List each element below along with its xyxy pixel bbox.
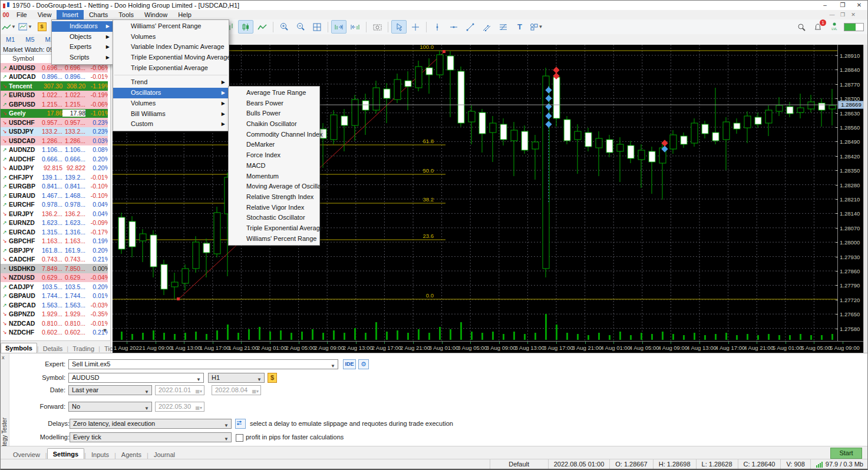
crosshair-icon[interactable] bbox=[408, 20, 423, 34]
market-watch-row-usdchf[interactable]: ↘USDCHF0.957...0.957...0.23% bbox=[1, 118, 108, 127]
menu-file[interactable]: File bbox=[11, 10, 32, 19]
ide-button[interactable]: IDE bbox=[343, 359, 356, 369]
date-range-combo[interactable]: Last year▼ bbox=[68, 385, 152, 395]
market-watch-row-gbpusd[interactable]: ↗GBPUSD1.215...1.215...-0.06% bbox=[1, 100, 108, 109]
period-m5[interactable]: M5 bbox=[20, 36, 39, 43]
oscillators-menu-item-chaikin-oscillator[interactable]: Chaikin Oscillator bbox=[229, 119, 319, 130]
market-watch-row-nzdcad[interactable]: ↘NZDCAD0.810...0.810...-0.01% bbox=[1, 319, 108, 328]
indicators-menu-item-custom[interactable]: Custom▶ bbox=[113, 119, 229, 130]
insert-menu-item-objects[interactable]: Objects▶ bbox=[52, 32, 113, 42]
zoom-in-icon[interactable] bbox=[276, 20, 292, 34]
close-button[interactable]: ✕ bbox=[851, 1, 867, 9]
delays-combo[interactable]: Zero latency, ideal execution▼ bbox=[70, 419, 232, 429]
modelling-combo[interactable]: Every tick▼ bbox=[70, 432, 232, 442]
vertical-line-icon[interactable] bbox=[430, 20, 445, 34]
oscillators-menu-item-relative-vigor-index[interactable]: Relative Vigor Index bbox=[229, 203, 319, 213]
expert-combo[interactable]: Sell Limit.ex5▼ bbox=[68, 359, 338, 369]
cursor-icon[interactable] bbox=[391, 20, 407, 34]
market-watch-row-gbpchf[interactable]: ↘GBPCHF1.163...1.163...0.19% bbox=[1, 237, 108, 246]
price-axis[interactable]: 1.28669 1.289101.288401.287701.287001.28… bbox=[837, 45, 864, 341]
market-watch-row-audcad[interactable]: ↗AUDCAD0.896...0.896...-0.01% bbox=[1, 72, 108, 82]
text-label-icon[interactable]: T bbox=[512, 20, 527, 34]
line-chart-icon[interactable] bbox=[255, 20, 270, 34]
menu-charts[interactable]: Charts bbox=[84, 10, 113, 19]
indicators-menu-item-oscillators[interactable]: Oscillators▶ bbox=[113, 88, 229, 98]
candlestick-icon[interactable] bbox=[238, 20, 253, 34]
market-watch-row-usdjpy[interactable]: ↘USDJPY133.2...133.2...0.23% bbox=[1, 127, 108, 137]
menu-view[interactable]: View bbox=[32, 10, 57, 19]
symbol-combo[interactable]: AUDUSD▼ bbox=[68, 373, 204, 383]
tile-windows-icon[interactable] bbox=[309, 20, 325, 34]
market-watch-row-gbpaud[interactable]: ↗GBPAUD1.744...1.744...0.01% bbox=[1, 292, 108, 301]
oscillators-menu-item-stochastic-oscillator[interactable]: Stochastic Oscillator bbox=[229, 213, 319, 223]
market-watch-row-audchf[interactable]: ↗AUDCHF0.666...0.666...0.20% bbox=[1, 154, 108, 164]
indicators-menu-item-triple-exponential-average[interactable]: Triple Exponential Average bbox=[113, 63, 229, 74]
market-watch-row-cadchf[interactable]: ↘CADCHF0.743...0.743...0.21% bbox=[1, 255, 108, 264]
chart-window-icon[interactable]: ▼ bbox=[18, 20, 33, 34]
indicators-menu-item-triple-exponential-moving-average[interactable]: Triple Exponential Moving Average bbox=[113, 52, 229, 63]
chart-close-icon[interactable]: ✕ bbox=[849, 11, 858, 18]
zoom-out-icon[interactable] bbox=[293, 20, 308, 34]
indicators-menu-item-volumes[interactable]: Volumes bbox=[113, 32, 229, 42]
market-watch-row-eurchf[interactable]: ↗EURCHF0.978...0.978...0.04% bbox=[1, 200, 108, 210]
date-from-field[interactable]: 2022.01.01▦▾ bbox=[155, 385, 204, 395]
menu-tools[interactable]: Tools bbox=[113, 10, 139, 19]
auto-scroll-icon[interactable] bbox=[331, 20, 346, 34]
market-watch-row-gbpjpy[interactable]: ↗GBPJPY161.8...161.9...0.20% bbox=[1, 246, 108, 255]
market-watch-row-chfjpy[interactable]: ↗CHFJPY139.1...139.2...-0.01% bbox=[1, 173, 108, 182]
market-watch-row-nzdusd[interactable]: ↘NZDUSD0.629...0.629...-0.04% bbox=[1, 273, 108, 283]
market-watch-tab-trading[interactable]: Trading bbox=[68, 344, 98, 353]
chart-restore-icon[interactable]: ❐ bbox=[838, 11, 847, 18]
market-watch-tab-symbols[interactable]: Symbols bbox=[1, 343, 37, 353]
trendline-icon[interactable] bbox=[463, 20, 478, 34]
market-watch-row-nzdchf[interactable]: ↘NZDCHF0.602...0.602...0.21% bbox=[1, 328, 108, 337]
oscillators-menu-item-macd[interactable]: MACD bbox=[229, 161, 319, 171]
market-watch-row-geely[interactable]: ↘Geely17.8617.98-1.01% bbox=[1, 109, 108, 118]
market-watch-row-usdcad[interactable]: ↘USDCAD1.286...1.286...0.03% bbox=[1, 136, 108, 145]
oscillators-menu-item-moving-average-of-oscillator[interactable]: Moving Average of Oscillator bbox=[229, 181, 319, 192]
symbol-properties-icon[interactable]: $ bbox=[268, 373, 277, 383]
fibonacci-icon[interactable] bbox=[496, 20, 511, 34]
chart-minimize-icon[interactable]: — bbox=[827, 11, 837, 18]
oscillators-menu-item-commodity-channel-index[interactable]: Commodity Channel Index bbox=[229, 130, 319, 140]
notifications-icon[interactable]: 1 bbox=[810, 20, 826, 34]
screenshot-icon[interactable] bbox=[369, 20, 385, 34]
market-watch-row-eurusd[interactable]: ↗EURUSD1.022...1.022...-0.19% bbox=[1, 91, 108, 100]
restore-button[interactable]: ❐ bbox=[834, 1, 851, 9]
oscillators-menu-item-bears-power[interactable]: Bears Power bbox=[229, 98, 319, 109]
chart-shift-icon[interactable] bbox=[348, 20, 363, 34]
tester-tab-settings[interactable]: Settings bbox=[47, 448, 84, 460]
indicators-menu-item-trend[interactable]: Trend▶ bbox=[113, 77, 229, 88]
new-order-icon[interactable]: $ bbox=[34, 20, 49, 34]
shapes-icon[interactable]: ▼ bbox=[529, 20, 544, 34]
minimize-button[interactable]: – bbox=[817, 1, 833, 9]
market-watch-row-gbpnzd[interactable]: ↘GBPNZD1.929...1.929...-0.35% bbox=[1, 310, 108, 319]
timeframe-combo[interactable]: H1▼ bbox=[208, 373, 265, 383]
market-watch-row-cadjpy[interactable]: ↗CADJPY103.5...103.5...0.20% bbox=[1, 282, 108, 292]
market-watch-row-audjpy[interactable]: ↘AUDJPY92.81592.8220.20% bbox=[1, 164, 108, 173]
market-watch-row-usdhkd[interactable]: •USDHKD7.849...7.850...0.00% bbox=[1, 264, 108, 273]
indicators-menu-item-williams-percent-range[interactable]: Williams' Percent Range bbox=[113, 21, 229, 32]
indicators-menu-item-bill-williams[interactable]: Bill Williams▶ bbox=[113, 109, 229, 120]
market-watch-row-eurgbp[interactable]: ↗EURGBP0.841...0.841...-0.10% bbox=[1, 182, 108, 191]
oscillators-menu-item-relative-strength-index[interactable]: Relative Strength Index bbox=[229, 192, 319, 203]
delays-settings-icon[interactable] bbox=[235, 419, 246, 429]
time-axis[interactable]: 1 Aug 20221 Aug 09:001 Aug 13:001 Aug 17… bbox=[113, 341, 863, 353]
tester-close-icon[interactable]: x bbox=[2, 355, 5, 360]
period-m1[interactable]: M1 bbox=[1, 36, 20, 43]
oscillators-menu-item-triple-exponential-average[interactable]: Triple Exponential Average bbox=[229, 223, 319, 234]
indicators-menu-item-volumes[interactable]: Volumes▶ bbox=[113, 98, 229, 109]
oscillators-menu-item-force-index[interactable]: Force Index bbox=[229, 150, 319, 161]
market-watch-row-eurcad[interactable]: ↗EURCAD1.315...1.316...-0.17% bbox=[1, 227, 108, 237]
search-icon[interactable] bbox=[794, 20, 809, 34]
insert-menu-item-experts[interactable]: Experts▶ bbox=[52, 42, 113, 52]
insert-menu-item-scripts[interactable]: Scripts▶ bbox=[52, 52, 113, 63]
horizontal-line-icon[interactable] bbox=[446, 20, 461, 34]
oscillators-menu-item-average-true-range[interactable]: Average True Range bbox=[229, 88, 319, 98]
market-watch-row-gbpcad[interactable]: ↗GBPCAD1.563...1.563...-0.03% bbox=[1, 300, 108, 310]
channel-icon[interactable] bbox=[479, 20, 494, 34]
market-watch-row-tencent[interactable]: ↘Tencent307.30308.20-1.19% bbox=[1, 81, 108, 91]
market-watch-row-audnzd[interactable]: ↗AUDNZD1.106...1.106...0.08% bbox=[1, 145, 108, 155]
market-watch-row-euraud[interactable]: ↗EURAUD1.467...1.468...-0.10% bbox=[1, 191, 108, 200]
status-profile[interactable]: Default bbox=[490, 459, 548, 469]
